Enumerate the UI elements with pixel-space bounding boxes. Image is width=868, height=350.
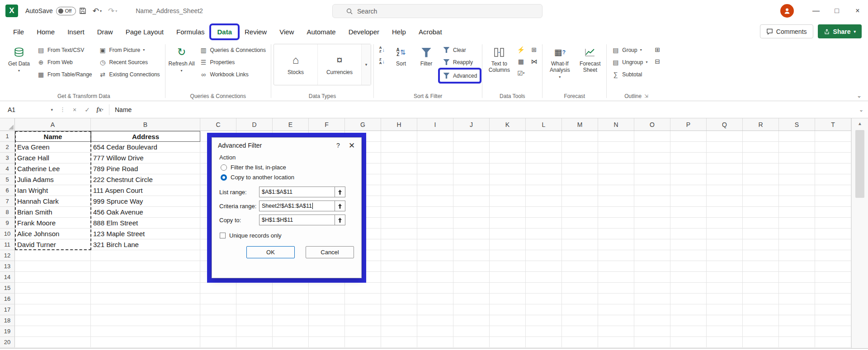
cell-J11[interactable] (453, 239, 490, 250)
cell-O3[interactable] (634, 153, 670, 163)
cell-L17[interactable] (526, 304, 562, 315)
cell-T20[interactable] (815, 337, 851, 348)
row-header-7[interactable]: 7 (0, 196, 15, 207)
list-range-picker-button[interactable] (335, 187, 345, 197)
cell-M19[interactable] (562, 326, 598, 337)
outline-dialog-launcher[interactable]: ⇲ (644, 93, 648, 98)
cell-T7[interactable] (815, 196, 851, 207)
cell-Q4[interactable] (707, 163, 743, 174)
cell-P9[interactable] (670, 218, 707, 229)
cell-K9[interactable] (490, 218, 526, 229)
cell-K14[interactable] (490, 272, 526, 283)
cell-O13[interactable] (634, 261, 670, 272)
copy-to-picker-button[interactable] (335, 215, 345, 225)
cell-L13[interactable] (526, 261, 562, 272)
formula-input[interactable]: Name (112, 106, 854, 113)
cell-R18[interactable] (743, 315, 779, 326)
cell-Q2[interactable] (707, 142, 743, 153)
cell-H19[interactable] (381, 326, 417, 337)
cell-M20[interactable] (562, 337, 598, 348)
cell-T3[interactable] (815, 153, 851, 163)
cell-R13[interactable] (743, 261, 779, 272)
cell-Q20[interactable] (707, 337, 743, 348)
cancel-entry-button[interactable]: × (68, 103, 81, 116)
cell-L8[interactable] (526, 207, 562, 218)
cell-E18[interactable] (273, 315, 309, 326)
column-header-P[interactable]: P (670, 118, 707, 131)
cell-N7[interactable] (598, 196, 634, 207)
comments-button[interactable]: Comments (760, 24, 813, 38)
cell-S15[interactable] (779, 283, 815, 294)
cell-B20[interactable] (91, 337, 200, 348)
cell-K16[interactable] (490, 294, 526, 304)
cell-I1[interactable] (417, 131, 453, 142)
cell-H13[interactable] (381, 261, 417, 272)
cell-T17[interactable] (815, 304, 851, 315)
cell-T2[interactable] (815, 142, 851, 153)
cell-I7[interactable] (417, 196, 453, 207)
cell-T14[interactable] (815, 272, 851, 283)
cell-C16[interactable] (200, 294, 236, 304)
cell-H17[interactable] (381, 304, 417, 315)
row-header-10[interactable]: 10 (0, 229, 15, 239)
cancel-button[interactable]: Cancel (306, 246, 354, 258)
cell-F16[interactable] (309, 294, 345, 304)
cell-B7[interactable]: 999 Spruce Way (91, 196, 200, 207)
cell-I12[interactable] (417, 250, 453, 261)
cell-O17[interactable] (634, 304, 670, 315)
confirm-entry-button[interactable]: ✓ (81, 103, 94, 116)
cell-M4[interactable] (562, 163, 598, 174)
column-header-F[interactable]: F (309, 118, 345, 131)
cell-A7[interactable]: Hannah Clark (15, 196, 91, 207)
cell-I2[interactable] (417, 142, 453, 153)
cell-C17[interactable] (200, 304, 236, 315)
cell-P18[interactable] (670, 315, 707, 326)
cell-I10[interactable] (417, 229, 453, 239)
cell-A16[interactable] (15, 294, 91, 304)
cell-J7[interactable] (453, 196, 490, 207)
cell-I4[interactable] (417, 163, 453, 174)
cell-E19[interactable] (273, 326, 309, 337)
cell-O20[interactable] (634, 337, 670, 348)
cell-K12[interactable] (490, 250, 526, 261)
cell-O18[interactable] (634, 315, 670, 326)
cell-N4[interactable] (598, 163, 634, 174)
cell-H20[interactable] (381, 337, 417, 348)
tab-developer[interactable]: Developer (343, 25, 385, 38)
cell-N11[interactable] (598, 239, 634, 250)
cell-S17[interactable] (779, 304, 815, 315)
tab-data[interactable]: Data (211, 25, 238, 38)
cell-Q12[interactable] (707, 250, 743, 261)
row-header-12[interactable]: 12 (0, 250, 15, 261)
advanced-filter-button[interactable]: Advanced (440, 70, 480, 82)
cell-N9[interactable] (598, 218, 634, 229)
cell-P13[interactable] (670, 261, 707, 272)
cell-M3[interactable] (562, 153, 598, 163)
cell-I18[interactable] (417, 315, 453, 326)
cell-O15[interactable] (634, 283, 670, 294)
cell-E20[interactable] (273, 337, 309, 348)
row-header-2[interactable]: 2 (0, 142, 15, 153)
cell-B17[interactable] (91, 304, 200, 315)
cell-D20[interactable] (236, 337, 273, 348)
cell-P10[interactable] (670, 229, 707, 239)
cell-R14[interactable] (743, 272, 779, 283)
cell-M1[interactable] (562, 131, 598, 142)
cell-J2[interactable] (453, 142, 490, 153)
cell-B13[interactable] (91, 261, 200, 272)
cell-O9[interactable] (634, 218, 670, 229)
column-header-A[interactable]: A (15, 118, 91, 131)
cell-M8[interactable] (562, 207, 598, 218)
flash-fill-button[interactable]: ⚡ (515, 44, 527, 56)
row-header-17[interactable]: 17 (0, 304, 15, 315)
cell-L12[interactable] (526, 250, 562, 261)
column-header-Q[interactable]: Q (707, 118, 743, 131)
cell-I6[interactable] (417, 185, 453, 196)
cell-B1[interactable]: Address (91, 131, 200, 142)
cell-P11[interactable] (670, 239, 707, 250)
cell-K18[interactable] (490, 315, 526, 326)
cell-H18[interactable] (381, 315, 417, 326)
cell-F18[interactable] (309, 315, 345, 326)
cell-P20[interactable] (670, 337, 707, 348)
cell-G17[interactable] (345, 304, 381, 315)
